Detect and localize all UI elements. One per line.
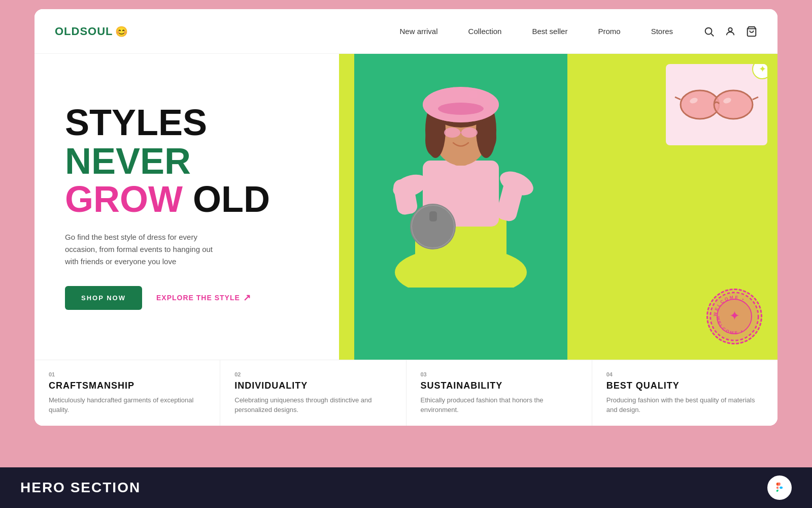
- feature-desc-sustainability: Ethically produced fashion that honors t…: [421, 395, 578, 415]
- title-old: OLD: [193, 179, 270, 219]
- feature-desc-individuality: Celebrating uniqueness through distincti…: [234, 395, 391, 415]
- main-card: OLDSOUL😊 New arrival Collection Best sel…: [35, 9, 777, 426]
- explore-label: EXPLORE THE STYLE: [156, 294, 240, 302]
- svg-point-23: [444, 128, 460, 138]
- arrow-icon: ↗: [243, 292, 251, 303]
- svg-point-18: [481, 125, 496, 150]
- hero-description: Go find the best style of dress for ever…: [65, 231, 222, 268]
- nav-link-new-arrival[interactable]: New arrival: [400, 27, 438, 36]
- sparkle-icon: ✦: [752, 64, 767, 79]
- feature-number-03: 03: [421, 371, 578, 377]
- feature-desc-best-quality: Producing fashion with the best quality …: [606, 395, 763, 415]
- stamp-svg: ✦ WELCOME • WELCOME •: [706, 290, 762, 343]
- feature-number-04: 04: [606, 371, 763, 377]
- user-icon: [725, 26, 736, 37]
- nav-link-promo[interactable]: Promo: [598, 27, 620, 36]
- welcome-stamp: ✦ WELCOME • WELCOME •: [706, 289, 762, 344]
- feature-title-best-quality: BEST QUALITY: [606, 380, 763, 391]
- title-styles: STYLES: [65, 102, 207, 143]
- svg-point-17: [425, 125, 441, 155]
- glasses-card: ✦: [666, 64, 767, 145]
- hero-area: STYLES NEVER GROW OLD Go find the best s…: [35, 54, 777, 360]
- svg-point-2: [728, 27, 732, 31]
- bottom-bar: HERO SECTION: [0, 467, 812, 508]
- nav-icons: [703, 26, 757, 37]
- bottom-bar-title: HERO SECTION: [20, 480, 141, 496]
- nav-item-collection[interactable]: Collection: [468, 27, 502, 36]
- explore-style-button[interactable]: EXPLORE THE STYLE ↗: [156, 292, 251, 303]
- features-bar: 01 CRAFTSMANSHIP Meticulously handcrafte…: [35, 360, 777, 426]
- feature-title-individuality: INDIVIDUALITY: [234, 380, 391, 391]
- cart-icon: [746, 26, 757, 37]
- cart-button[interactable]: [746, 26, 757, 37]
- shop-now-button[interactable]: SHOP NOW: [65, 286, 142, 310]
- nav-item-promo[interactable]: Promo: [598, 27, 620, 36]
- svg-rect-27: [429, 211, 437, 221]
- search-button[interactable]: [703, 26, 715, 37]
- figma-icon: [767, 475, 792, 500]
- feature-sustainability: 03 SUSTAINABILITY Ethically produced fas…: [407, 360, 592, 426]
- feature-title-sustainability: SUSTAINABILITY: [421, 380, 578, 391]
- feature-best-quality: 04 BEST QUALITY Producing fashion with t…: [592, 360, 777, 426]
- feature-craftsmanship: 01 CRAFTSMANSHIP Meticulously handcrafte…: [35, 360, 220, 426]
- svg-line-1: [711, 34, 714, 36]
- nav-item-new-arrival[interactable]: New arrival: [400, 27, 438, 36]
- feature-title-craftsmanship: CRAFTSMANSHIP: [49, 380, 206, 391]
- svg-text:✦: ✦: [729, 309, 740, 323]
- svg-point-24: [461, 128, 478, 138]
- nav-link-stores[interactable]: Stores: [651, 27, 673, 36]
- logo-emoji: 😊: [115, 25, 128, 38]
- hero-right: ✦: [339, 54, 777, 360]
- fashion-figure-svg: [354, 54, 567, 288]
- hero-left: STYLES NEVER GROW OLD Go find the best s…: [35, 54, 339, 360]
- sunglasses-svg: [673, 79, 760, 130]
- logo: OLDSOUL😊: [55, 25, 128, 38]
- search-icon: [703, 26, 715, 37]
- navbar: OLDSOUL😊 New arrival Collection Best sel…: [35, 9, 777, 54]
- feature-desc-craftsmanship: Meticulously handcrafted garments of exc…: [49, 395, 206, 415]
- svg-point-26: [410, 204, 456, 249]
- account-button[interactable]: [725, 26, 736, 37]
- nav-link-best-seller[interactable]: Best seller: [532, 27, 567, 36]
- svg-point-0: [705, 27, 712, 34]
- title-grow: GROW: [65, 179, 193, 219]
- hero-title: STYLES NEVER GROW OLD: [65, 104, 309, 219]
- logo-text: OLDSOUL: [55, 25, 113, 38]
- feature-number-02: 02: [234, 371, 391, 377]
- hero-buttons: SHOP NOW EXPLORE THE STYLE ↗: [65, 286, 309, 310]
- nav-item-best-seller[interactable]: Best seller: [532, 27, 567, 36]
- feature-number-01: 01: [49, 371, 206, 377]
- nav-link-collection[interactable]: Collection: [468, 27, 502, 36]
- feature-individuality: 02 INDIVIDUALITY Celebrating uniqueness …: [220, 360, 406, 426]
- fashion-image-container: [354, 54, 567, 360]
- svg-point-22: [469, 90, 478, 99]
- svg-point-21: [438, 103, 484, 115]
- nav-item-stores[interactable]: Stores: [651, 27, 673, 36]
- nav-links: New arrival Collection Best seller Promo…: [400, 27, 673, 36]
- title-never: NEVER: [65, 141, 191, 181]
